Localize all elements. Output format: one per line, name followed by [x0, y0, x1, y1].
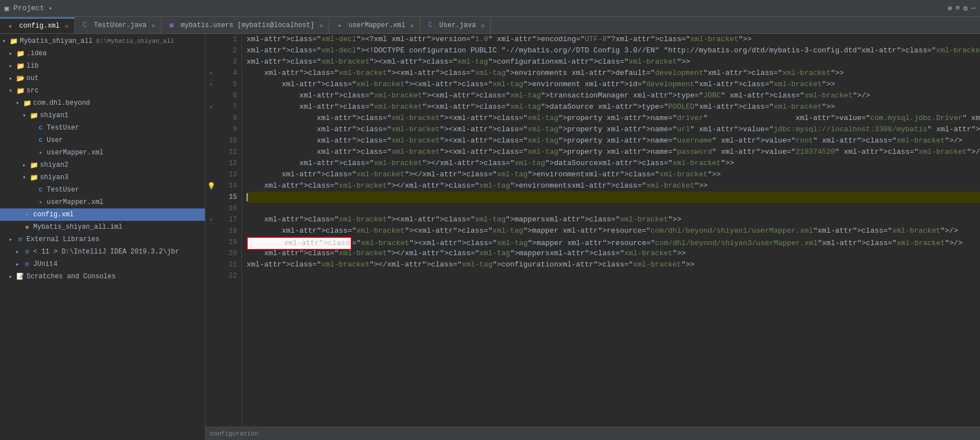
- line-numbers: 12345678910111213141516171819202122: [217, 34, 242, 426]
- fold-arrow[interactable]: ▾: [209, 216, 213, 223]
- code-line-21[interactable]: xml-attr">class="xml-bracket"></xml-attr…: [247, 259, 980, 270]
- sidebar-item-idea[interactable]: 📁.idea: [0, 47, 205, 60]
- sidebar-item-out[interactable]: 📂out: [0, 72, 205, 85]
- line-num-1: 1: [221, 34, 237, 45]
- gutter-line-12: [205, 158, 217, 169]
- tab-label-testuser: TestUser.java: [94, 21, 147, 29]
- sidebar-item-iml[interactable]: ◼Mybatis_shiyan_all.iml: [0, 221, 205, 233]
- code-line-4[interactable]: xml-attr">class="xml-bracket"><xml-attr"…: [247, 68, 980, 79]
- editor: ▾▾▾💡▾ 1234567891011121314151617181920212…: [205, 34, 980, 440]
- sidebar-item-src[interactable]: 📁src: [0, 85, 205, 97]
- code-line-10[interactable]: xml-attr">class="xml-bracket"><xml-attr"…: [247, 135, 980, 146]
- code-line-13[interactable]: xml-attr">class="xml-bracket"></xml-attr…: [247, 169, 980, 180]
- sidebar-item-scratches[interactable]: 📝Scratches and Consoles: [0, 270, 205, 283]
- gutter: ▾▾▾💡▾: [205, 34, 217, 426]
- sidebar-item-testuser3[interactable]: CTestUser: [0, 184, 205, 196]
- sidebar-item-com-dhl-beyond[interactable]: 📁com.dhl.beyond: [0, 97, 205, 109]
- gutter-line-19: [205, 237, 217, 248]
- gutter-line-4: ▾: [205, 68, 217, 79]
- tab-close-usermapper[interactable]: ✕: [410, 22, 414, 29]
- sidebar-item-shiyan1[interactable]: 📁shiyan1: [0, 109, 205, 122]
- java-icon-1: C: [80, 21, 90, 29]
- sidebar-item-user1[interactable]: CUser: [0, 134, 205, 146]
- tab-mybatis-users[interactable]: ⊞ mybatis.users [mybatis@localhost] ✕: [162, 17, 329, 33]
- code-line-11[interactable]: xml-attr">class="xml-bracket"><xml-attr"…: [247, 146, 980, 158]
- project-label: Project: [14, 4, 44, 12]
- fold-arrow[interactable]: ▾: [209, 70, 213, 77]
- tree-icon: 📁: [29, 112, 38, 120]
- code-line-22[interactable]: [247, 270, 980, 282]
- sidebar-item-jdk[interactable]: ⊞< 11 > D:\IntelliJ IDEA 2019.3.2\jbr: [0, 246, 205, 258]
- bulb-icon[interactable]: 💡: [207, 182, 216, 190]
- sidebar-item-lib[interactable]: 📁lib: [0, 60, 205, 72]
- code-line-18[interactable]: xml-attr">class="xml-bracket"><xml-attr"…: [247, 225, 980, 237]
- code-area[interactable]: xml-attr">class="xml-decl"><?xml xml-att…: [242, 34, 980, 426]
- code-line-5[interactable]: xml-attr">class="xml-bracket"><xml-attr"…: [247, 79, 980, 90]
- code-line-19[interactable]: xml-attr">class="xml-bracket"><xml-attr"…: [247, 237, 980, 248]
- code-line-12[interactable]: xml-attr">class="xml-bracket"></xml-attr…: [247, 158, 980, 169]
- editor-content[interactable]: ▾▾▾💡▾ 1234567891011121314151617181920212…: [205, 34, 980, 426]
- arrow-closed: [16, 261, 23, 268]
- tree-icon: 📁: [16, 62, 25, 70]
- code-line-9[interactable]: xml-attr">class="xml-bracket"><xml-attr"…: [247, 124, 980, 135]
- gutter-line-15: [205, 192, 217, 203]
- code-line-16[interactable]: [247, 203, 980, 214]
- tab-close-user[interactable]: ✕: [481, 22, 485, 29]
- sidebar-item-usermapper1[interactable]: ✦userMapper.xml: [0, 146, 205, 159]
- sidebar-item-testuser1[interactable]: CTestUser: [0, 122, 205, 134]
- line-num-6: 6: [221, 90, 237, 101]
- tree-icon: ✦: [23, 211, 32, 219]
- tree-item-label: shiyan2: [40, 161, 68, 169]
- tree-item-sublabel: G:\Mybatis_shiyan_all: [96, 38, 174, 45]
- tree-icon: C: [36, 186, 45, 194]
- code-line-3[interactable]: xml-attr">class="xml-bracket"><xml-attr"…: [247, 56, 980, 68]
- tab-label-user: User.java: [440, 21, 476, 29]
- code-line-8[interactable]: xml-attr">class="xml-bracket"><xml-attr"…: [247, 113, 980, 124]
- tab-close-testuser[interactable]: ✕: [151, 22, 155, 29]
- line-num-8: 8: [221, 113, 237, 124]
- code-line-20[interactable]: xml-attr">class="xml-bracket"></xml-attr…: [247, 248, 980, 259]
- arrow-open: [23, 112, 29, 119]
- line-num-22: 22: [221, 270, 237, 282]
- arrow-open: [16, 100, 23, 106]
- tree-item-label: shiyan3: [40, 174, 68, 181]
- line-num-13: 13: [221, 169, 237, 180]
- tree-icon: 📁: [23, 99, 32, 108]
- tab-config-xml[interactable]: ✦ config.xml ✕: [0, 17, 75, 33]
- code-line-2[interactable]: xml-attr">class="xml-decl"><!DOCTYPE con…: [247, 45, 980, 56]
- tab-usermapper-xml[interactable]: ✦ userMapper.xml ✕: [329, 17, 420, 33]
- sidebar: 📁Mybatis_shiyan_allG:\Mybatis_shiyan_all…: [0, 34, 205, 440]
- sidebar-item-junit4[interactable]: ⊞JUnit4: [0, 258, 205, 270]
- tab-close-mybatis[interactable]: ✕: [320, 22, 324, 29]
- sidebar-item-ext-libs[interactable]: ⊞External Libraries: [0, 233, 205, 246]
- settings-icon[interactable]: ⚙: [963, 4, 968, 13]
- code-line-14[interactable]: xml-attr">class="xml-bracket"></xml-attr…: [247, 180, 980, 192]
- add-icon[interactable]: ⊕: [948, 4, 952, 13]
- xml-icon-2: ✦: [335, 21, 344, 30]
- line-num-12: 12: [221, 158, 237, 169]
- tree-item-label: com.dhl.beyond: [33, 99, 90, 107]
- tab-testuser-java[interactable]: C TestUser.java ✕: [75, 17, 162, 33]
- minimize-icon[interactable]: —: [971, 4, 975, 12]
- sidebar-item-usermapper3[interactable]: ✦userMapper.xml: [0, 196, 205, 208]
- layout-icon[interactable]: ≡: [956, 4, 960, 12]
- sidebar-item-shiyan2[interactable]: 📁shiyan2: [0, 159, 205, 171]
- sidebar-item-config-xml[interactable]: ✦config.xml: [0, 208, 205, 221]
- code-line-17[interactable]: xml-attr">class="xml-bracket"><xml-attr"…: [247, 214, 980, 225]
- tree-item-label: config.xml: [33, 211, 74, 219]
- fold-arrow[interactable]: ▾: [209, 104, 213, 110]
- gutter-line-11: [205, 146, 217, 158]
- sidebar-item-shiyan3[interactable]: 📁shiyan3: [0, 171, 205, 184]
- tree-icon: 📁: [29, 174, 38, 182]
- tab-close-config[interactable]: ✕: [65, 23, 69, 30]
- fold-arrow[interactable]: ▾: [209, 81, 213, 88]
- tree-item-label: shiyan1: [40, 112, 68, 119]
- code-line-1[interactable]: xml-attr">class="xml-decl"><?xml xml-att…: [247, 34, 980, 45]
- code-line-6[interactable]: xml-attr">class="xml-bracket"><xml-attr"…: [247, 90, 980, 101]
- code-line-7[interactable]: xml-attr">class="xml-bracket"><xml-attr"…: [247, 101, 980, 113]
- tree-item-label: TestUser: [47, 186, 79, 194]
- tab-label-config: config.xml: [19, 22, 60, 30]
- code-line-15[interactable]: [247, 192, 980, 203]
- tab-user-java[interactable]: C User.java ✕: [420, 17, 491, 33]
- sidebar-item-mybatis-root[interactable]: 📁Mybatis_shiyan_allG:\Mybatis_shiyan_all: [0, 35, 205, 47]
